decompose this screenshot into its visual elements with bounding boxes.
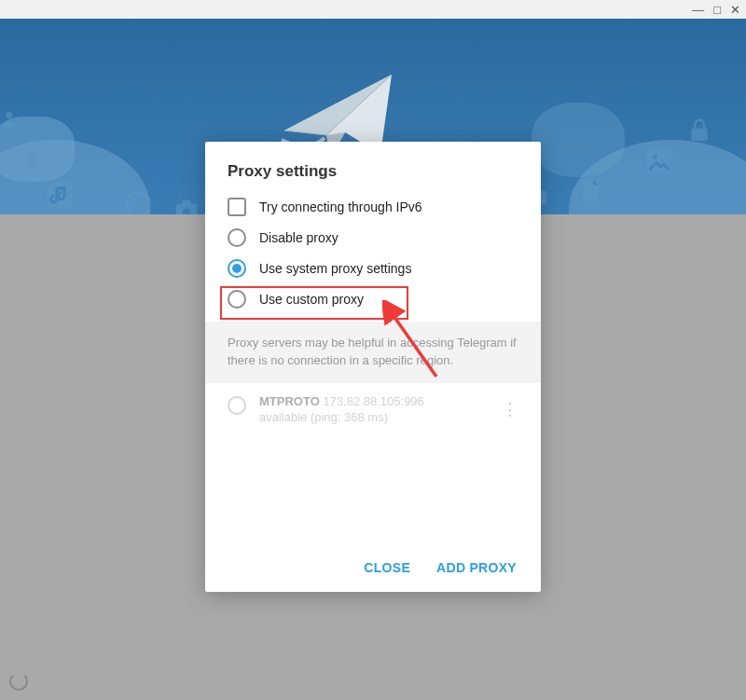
window-minimize-button[interactable]: —	[692, 4, 704, 16]
ipv6-checkbox-option[interactable]: Try connecting through IPv6	[228, 198, 518, 216]
svg-rect-4	[145, 205, 151, 215]
decorative-photo-icon	[642, 144, 676, 182]
window-close-button[interactable]: ✕	[730, 4, 740, 16]
svg-point-10	[653, 155, 657, 159]
radio-icon-selected	[228, 259, 246, 278]
svg-point-0	[6, 112, 12, 118]
dialog-title: Proxy settings	[205, 142, 541, 198]
svg-rect-7	[182, 200, 191, 205]
decorative-headphones-icon	[121, 186, 155, 214]
svg-rect-3	[126, 205, 131, 215]
loading-spinner-icon	[9, 672, 28, 691]
proxy-settings-dialog: Proxy settings Try connecting through IP…	[205, 142, 541, 592]
dialog-actions: CLOSE ADD PROXY	[205, 545, 541, 592]
info-text: Proxy servers may be helpful in accessin…	[205, 322, 541, 383]
option-label: Use custom proxy	[259, 292, 364, 307]
disable-proxy-radio[interactable]: Disable proxy	[228, 228, 518, 247]
window-titlebar: — □ ✕	[0, 0, 746, 19]
decorative-music-icon	[42, 177, 77, 214]
window-maximize-button[interactable]: □	[713, 4, 721, 16]
system-proxy-radio[interactable]: Use system proxy settings	[228, 259, 518, 278]
custom-proxy-radio[interactable]: Use custom proxy	[228, 290, 518, 309]
proxy-options-group: Try connecting through IPv6 Disable prox…	[205, 198, 541, 322]
option-label: Try connecting through IPv6	[259, 199, 422, 214]
kebab-menu-icon[interactable]: ⋮	[496, 395, 524, 423]
option-label: Disable proxy	[259, 230, 338, 245]
close-button[interactable]: CLOSE	[364, 560, 410, 575]
decorative-file-icon	[574, 177, 606, 213]
decorative-lock-icon	[685, 117, 713, 148]
radio-icon	[228, 228, 246, 247]
checkbox-icon	[228, 198, 246, 216]
proxy-list: MTPROTO 173.82.88.105:996 available (pin…	[205, 383, 541, 432]
add-proxy-button[interactable]: ADD PROXY	[436, 560, 517, 575]
option-label: Use system proxy settings	[259, 261, 411, 276]
proxy-protocol: MTPROTO	[259, 394, 320, 408]
decorative-user-icon	[0, 107, 24, 135]
proxy-list-item[interactable]: MTPROTO 173.82.88.105:996 available (pin…	[228, 394, 524, 424]
radio-icon	[228, 290, 246, 309]
svg-rect-8	[691, 129, 708, 142]
proxy-address: 173.82.88.105:996	[323, 394, 423, 408]
proxy-status: available (ping: 368 ms)	[259, 410, 483, 424]
decorative-mic-icon	[19, 149, 45, 179]
radio-icon	[228, 396, 246, 415]
decorative-camera-icon	[173, 196, 200, 214]
